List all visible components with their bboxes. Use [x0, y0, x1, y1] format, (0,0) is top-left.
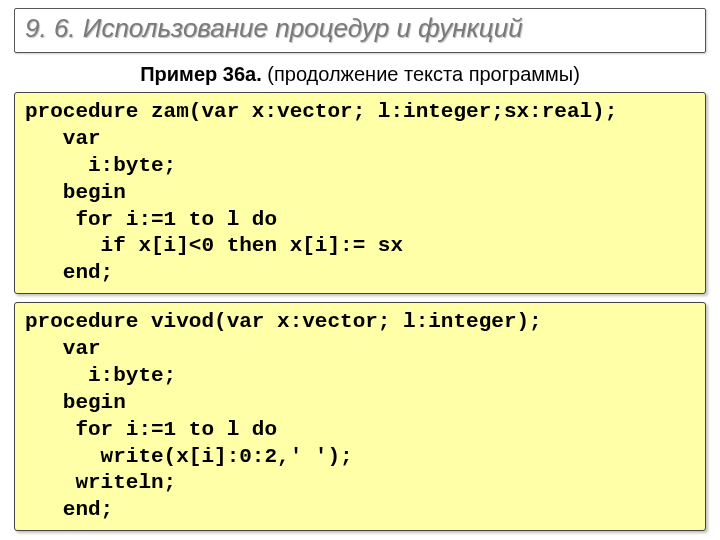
subtitle-rest: (продолжение текста программы): [262, 63, 580, 85]
code-block-1: procedure zam(var x:vector; l:integer;sx…: [14, 92, 706, 294]
subtitle: Пример 36а. (продолжение текста программ…: [0, 63, 720, 86]
header-box: 9. 6. Использование процедур и функций: [14, 8, 706, 53]
code-block-2: procedure vivod(var x:vector; l:integer)…: [14, 302, 706, 531]
subtitle-bold: Пример 36а.: [140, 63, 262, 85]
page-title: 9. 6. Использование процедур и функций: [25, 13, 695, 44]
